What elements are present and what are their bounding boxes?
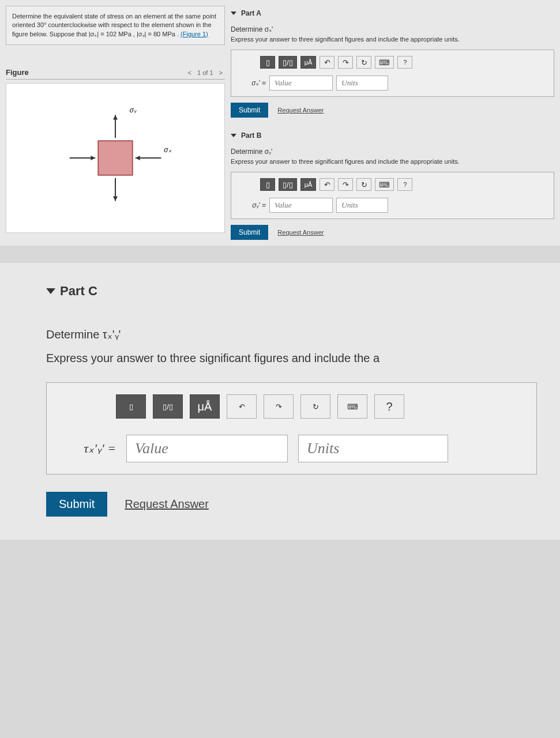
part-b-submit-button[interactable]: Submit [231, 225, 268, 240]
part-c-hint: Express your answer to three significant… [46, 352, 537, 365]
reset-icon: ↻ [361, 58, 367, 67]
reset-button[interactable]: ↻ [356, 56, 371, 69]
reset-button[interactable]: ↻ [300, 394, 330, 419]
caret-down-icon [46, 288, 55, 294]
part-b-request-answer[interactable]: Request Answer [277, 229, 324, 236]
part-c-request-answer[interactable]: Request Answer [125, 498, 209, 511]
redo-icon: ↷ [343, 58, 349, 67]
part-c-input-row: τₓ'ᵧ' = [58, 435, 525, 462]
keyboard-button[interactable]: ⌨ [337, 394, 367, 419]
template-icon: ▯ [129, 402, 133, 411]
part-c-submit-button[interactable]: Submit [46, 492, 107, 517]
sigma-y-label: σᵧ [130, 106, 137, 114]
part-a-units-input[interactable] [336, 76, 388, 91]
part-a-eq-label: σₓ' = [249, 79, 266, 87]
part-b-input-row: σᵧ' = [237, 198, 548, 213]
part-b-answer-box: ▯ ▯/▯ μÅ ↶ ↷ ↻ ⌨ ? σᵧ' = [231, 172, 554, 219]
part-a-value-input[interactable] [269, 76, 333, 91]
part-b-eq-label: σᵧ' = [249, 201, 266, 209]
template-button[interactable]: ▯ [260, 178, 275, 191]
figure-counter: 1 of 1 [197, 69, 213, 76]
help-button[interactable]: ? [374, 394, 404, 419]
keyboard-icon: ⌨ [379, 180, 390, 189]
part-c-value-input[interactable] [126, 435, 288, 462]
figure-next-button[interactable]: > [217, 69, 225, 76]
reset-button[interactable]: ↻ [356, 178, 371, 191]
undo-icon: ↶ [324, 180, 330, 189]
undo-icon: ↶ [324, 58, 330, 67]
fraction-button[interactable]: ▯/▯ [279, 178, 297, 191]
fraction-icon: ▯/▯ [163, 402, 173, 411]
part-c-section: Part C Determine τₓ'ᵧ' Express your answ… [0, 263, 560, 540]
redo-icon: ↷ [276, 402, 282, 411]
svg-marker-4 [136, 156, 140, 160]
template-button[interactable]: ▯ [116, 394, 146, 419]
figure-prev-button[interactable]: < [186, 69, 194, 76]
part-a-title: Part A [241, 9, 261, 17]
part-b-header[interactable]: Part B [231, 131, 554, 140]
part-b-value-input[interactable] [269, 198, 333, 213]
part-a-submit-button[interactable]: Submit [231, 103, 268, 118]
part-a-prompt: Determine σₓ' [231, 25, 554, 33]
sigma-x-label: σₓ [164, 146, 171, 154]
part-c-header[interactable]: Part C [46, 284, 537, 299]
figure-header: Figure < 1 of 1 > [6, 68, 225, 80]
part-b-submit-row: Submit Request Answer [231, 225, 554, 240]
part-c-answer-box: ▯ ▯/▯ μÅ ↶ ↷ ↻ ⌨ ? τₓ'ᵧ' = [46, 382, 537, 475]
template-icon: ▯ [266, 58, 270, 67]
fraction-button[interactable]: ▯/▯ [153, 394, 183, 419]
symbol-button[interactable]: μÅ [190, 394, 220, 419]
help-button[interactable]: ? [397, 178, 412, 191]
figure-link[interactable]: (Figure 1) [181, 31, 208, 37]
part-a-submit-row: Submit Request Answer [231, 103, 554, 118]
part-c-toolbar: ▯ ▯/▯ μÅ ↶ ↷ ↻ ⌨ ? [58, 394, 525, 419]
keyboard-button[interactable]: ⌨ [375, 56, 394, 69]
fraction-icon: ▯/▯ [283, 180, 293, 189]
part-c-prompt: Determine τₓ'ᵧ' [46, 327, 537, 341]
help-button[interactable]: ? [397, 56, 412, 69]
svg-marker-2 [91, 156, 95, 160]
part-b-units-input[interactable] [336, 198, 388, 213]
part-a-input-row: σₓ' = [237, 76, 548, 91]
figure-title: Figure [6, 68, 29, 77]
reset-icon: ↻ [313, 402, 319, 411]
template-icon: ▯ [266, 180, 270, 189]
part-a-request-answer[interactable]: Request Answer [277, 107, 324, 114]
caret-down-icon [231, 12, 236, 15]
symbol-button[interactable]: μÅ [300, 178, 317, 191]
template-button[interactable]: ▯ [260, 56, 275, 69]
svg-rect-0 [98, 141, 133, 175]
part-c-units-input[interactable] [298, 435, 448, 462]
undo-icon: ↶ [239, 402, 245, 411]
reset-icon: ↻ [361, 180, 367, 189]
redo-button[interactable]: ↷ [338, 178, 353, 191]
part-a-toolbar: ▯ ▯/▯ μÅ ↶ ↷ ↻ ⌨ ? [237, 56, 548, 69]
figure-nav: < 1 of 1 > [186, 69, 225, 76]
keyboard-icon: ⌨ [379, 58, 390, 67]
redo-icon: ↷ [343, 180, 349, 189]
left-column: Determine the equivalent state of stress… [6, 6, 225, 240]
figure-section: Figure < 1 of 1 > σₓ [6, 68, 225, 233]
problem-statement: Determine the equivalent state of stress… [6, 6, 225, 45]
part-c-eq-label: τₓ'ᵧ' = [81, 441, 116, 456]
part-a-answer-box: ▯ ▯/▯ μÅ ↶ ↷ ↻ ⌨ ? σₓ' = [231, 50, 554, 97]
fraction-icon: ▯/▯ [283, 58, 293, 67]
part-c-submit-row: Submit Request Answer [46, 492, 537, 517]
symbol-button[interactable]: μÅ [300, 56, 317, 69]
stress-element-svg: σₓ σᵧ [6, 84, 224, 232]
part-b-hint: Express your answer to three significant… [231, 158, 554, 165]
part-b-prompt: Determine σᵧ' [231, 148, 554, 156]
part-b-title: Part B [241, 131, 261, 140]
right-column: Part A Determine σₓ' Express your answer… [231, 6, 554, 240]
top-section: Determine the equivalent state of stress… [0, 0, 560, 246]
redo-button[interactable]: ↷ [264, 394, 294, 419]
keyboard-button[interactable]: ⌨ [375, 178, 394, 191]
undo-button[interactable]: ↶ [227, 394, 257, 419]
redo-button[interactable]: ↷ [338, 56, 353, 69]
undo-button[interactable]: ↶ [320, 178, 335, 191]
undo-button[interactable]: ↶ [320, 56, 335, 69]
part-a-header[interactable]: Part A [231, 9, 554, 17]
caret-down-icon [231, 134, 236, 137]
fraction-button[interactable]: ▯/▯ [279, 56, 297, 69]
figure-canvas: σₓ σᵧ [6, 83, 225, 233]
